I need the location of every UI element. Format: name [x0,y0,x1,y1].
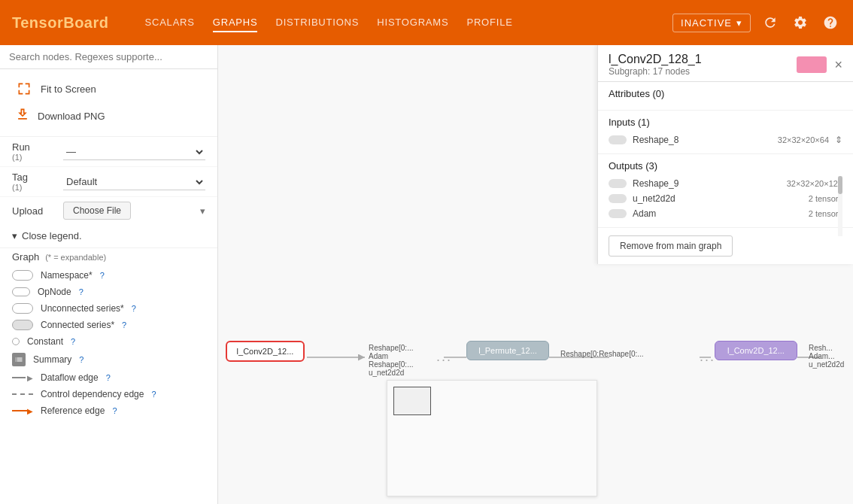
download-png-button[interactable]: Download PNG [12,102,205,130]
fit-to-screen-button[interactable]: Fit to Screen [12,75,205,102]
panel-title-group: l_Conv2D_128_1 Subgraph: 17 nodes [609,53,702,77]
app-logo: TensorBoard [12,14,108,32]
legend-reference: ▶ Reference edge ? [12,402,205,419]
namespace-icon [12,270,33,281]
minimap [387,380,597,496]
edge-dots-left: ··· [436,352,452,368]
upload-expand-icon[interactable]: ▾ [200,205,205,217]
legend-control-label: Control dependency edge [41,389,144,399]
graph-area[interactable]: l_Conv2D_12... Reshape[0:... Adam Reshap… [218,45,853,504]
tag-row: Tag (1) Default [0,167,217,197]
panel-outputs-section: Outputs (3) Reshape_9 32×32×20×128 u_net… [598,154,853,228]
panel-header: l_Conv2D_128_1 Subgraph: 17 nodes × [598,45,853,82]
tag-select[interactable]: Default [63,174,205,190]
search-section [0,45,217,69]
legend-constant: Constant ? [12,333,205,350]
choose-file-button[interactable]: Choose File [63,202,131,220]
edge-dots-mid: ··· [700,352,715,368]
edge-label-reshape-mid: Reshape[0:... [369,360,413,369]
nav-histograms[interactable]: HISTOGRAMS [377,14,448,32]
node-permute-label: l_Permute_12... [478,346,537,355]
input-name-0: Reshape_8 [633,135,772,145]
legend-dataflow-label: Dataflow edge [41,372,99,383]
status-dropdown[interactable]: INACTIVE ▾ [672,14,751,32]
edge-label-u-net2d2d: u_net2d2d [369,369,413,377]
reference-help-link[interactable]: ? [112,406,117,415]
nav-scalars[interactable]: SCALARS [144,14,194,32]
panel-outputs-title: Outputs (3) [609,160,842,172]
node-permute[interactable]: l_Permute_12... [466,341,549,360]
panel-attributes-section: Attributes (0) [598,82,853,111]
nav-distributions[interactable]: DISTRIBUTIONS [275,14,359,32]
run-count: (1) [12,153,57,162]
connected-help-link[interactable]: ? [122,320,126,329]
panel-output-row-1: u_net2d2d 2 tensors [609,191,842,206]
output-name-2: Adam [633,208,803,219]
unconnected-icon [12,303,33,314]
legend-opnode-label: OpNode [38,287,71,297]
edge-labels-mid: Reshape[0:Reshape[0:... [560,350,644,358]
header: TensorBoard SCALARS GRAPHS DISTRIBUTIONS… [0,0,853,45]
outputs-scrollbar-thumb [838,176,842,194]
node-conv2d-left-label: l_Conv2D_12... [237,347,294,356]
edge-label-resh: Resh... [809,344,844,352]
graph-label: Graph [12,251,39,263]
legend-toggle-button[interactable]: ▾ Close legend. [12,230,205,241]
nav-graphs[interactable]: GRAPHS [213,14,258,32]
dataflow-edge-icon: ▶ [12,374,33,382]
fit-to-screen-icon [15,80,33,98]
legend-dataflow: ▶ Dataflow edge ? [12,369,205,386]
panel-inputs-section: Inputs (1) Reshape_8 32×32×20×64 ⇕ [598,111,853,154]
output-node-icon-1 [609,194,627,203]
help-button[interactable] [820,12,841,33]
legend-namespace: Namespace* ? [12,267,205,284]
edge-labels-right: Resh... Adam... u_net2d2d [809,344,844,369]
run-select[interactable]: — [63,144,205,160]
input-value-0: 32×32×20×64 [778,135,829,144]
control-edge-icon [12,393,33,395]
run-row: Run (1) — [0,137,217,167]
legend-opnode: OpNode ? [12,284,205,300]
header-right: INACTIVE ▾ [672,12,841,33]
outputs-scrollbar[interactable] [838,176,842,236]
namespace-help-link[interactable]: ? [100,271,105,280]
opnode-help-link[interactable]: ? [79,287,83,296]
summary-help-link[interactable]: ? [79,355,83,364]
status-chevron-icon: ▾ [736,17,742,29]
main-nav: SCALARS GRAPHS DISTRIBUTIONS HISTOGRAMS … [144,14,512,32]
legend-unconnected-label: Unconnected series* [41,303,124,314]
graph-note: (* = expandable) [45,253,106,262]
output-node-icon-2 [609,209,627,218]
right-panel: l_Conv2D_128_1 Subgraph: 17 nodes × Attr… [597,45,853,264]
remove-from-main-graph-button[interactable]: Remove from main graph [609,235,733,257]
chevron-down-icon: ▾ [12,230,17,241]
edge-labels-left: Reshape[0:... Adam Reshape[0:... u_net2d… [369,344,413,377]
panel-inputs-title: Inputs (1) [609,117,842,128]
node-conv2d-left[interactable]: l_Conv2D_12... [226,341,305,362]
nav-profile[interactable]: PROFILE [466,14,512,32]
run-label: Run [12,141,57,153]
legend-constant-label: Constant [27,336,63,347]
sidebar: Fit to Screen Download PNG Run (1) — [0,45,218,504]
output-name-0: Reshape_9 [633,178,781,189]
legend-connected: Connected series* ? [12,317,205,333]
search-input[interactable] [9,51,208,62]
refresh-button[interactable] [760,12,781,33]
fit-to-screen-section: Fit to Screen Download PNG [0,69,217,137]
constant-help-link[interactable]: ? [71,337,75,346]
panel-output-row-2: Adam 2 tensors [609,206,842,221]
dataflow-help-link[interactable]: ? [106,373,111,382]
settings-button[interactable] [790,12,811,33]
legend-summary: Summary ? [12,350,205,369]
unconnected-help-link[interactable]: ? [132,304,136,313]
node-conv2d-right[interactable]: l_Conv2D_12... [715,341,797,360]
control-help-link[interactable]: ? [151,390,156,399]
input-expand-icon-0[interactable]: ⇕ [835,135,842,145]
panel-color-box [797,56,827,73]
output-value-0: 32×32×20×128 [787,179,842,188]
reference-edge-icon: ▶ [12,407,33,415]
download-png-label: Download PNG [38,111,105,122]
panel-close-button[interactable]: × [834,57,842,73]
minimap-viewport [393,387,431,415]
panel-output-row-0: Reshape_9 32×32×20×128 [609,176,842,191]
